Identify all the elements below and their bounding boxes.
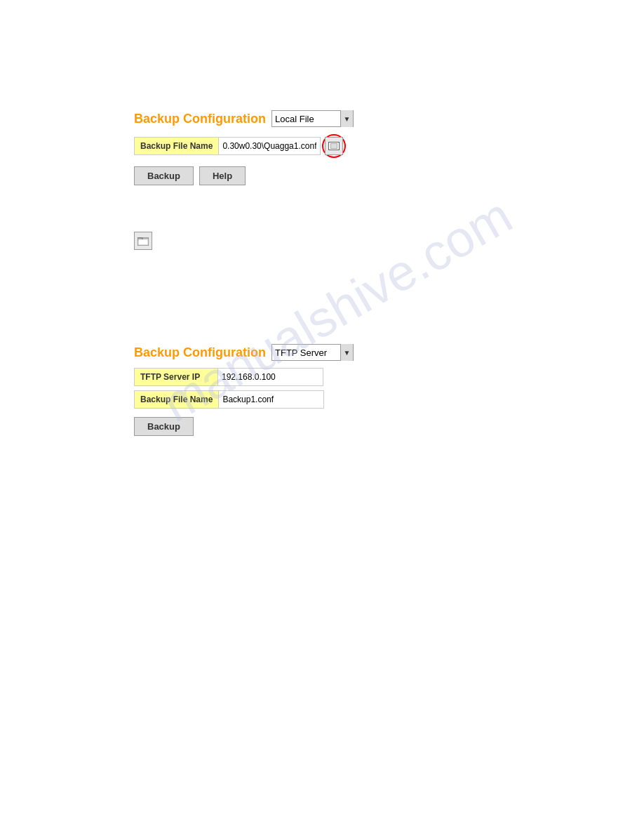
section1-filename-row: Backup File Name (134, 134, 354, 158)
section2-filename-label: Backup File Name (134, 390, 219, 409)
section2-filename-row: Backup File Name (134, 390, 354, 409)
section2-tftp-ip-row: TFTP Server IP (134, 368, 354, 386)
section1-dropdown-arrow-icon[interactable]: ▼ (340, 110, 353, 127)
section1-dropdown-wrapper[interactable]: Local File TFTP Server FTP Server ▼ (271, 110, 354, 127)
section1-browse-highlight (322, 134, 346, 158)
section2-type-select[interactable]: Local File TFTP Server FTP Server (272, 345, 340, 360)
section2-filename-input[interactable] (219, 390, 324, 409)
section2-dropdown-wrapper[interactable]: Local File TFTP Server FTP Server ▼ (271, 344, 354, 361)
section2-tftp-ip-input[interactable] (218, 368, 323, 386)
section2-tftp-ip-label: TFTP Server IP (134, 368, 218, 386)
section1-browse-icon (328, 142, 340, 150)
section-tftp-server: Backup Configuration Local File TFTP Ser… (134, 344, 354, 436)
section1-title: Backup Configuration (134, 112, 266, 126)
section-local-file: Backup Configuration Local File TFTP Ser… (134, 110, 354, 185)
section2-dropdown-arrow-icon[interactable]: ▼ (340, 344, 353, 361)
section2-backup-button[interactable]: Backup (134, 417, 194, 436)
section1-filename-label: Backup File Name (134, 137, 219, 155)
svg-rect-2 (138, 239, 148, 245)
section1-help-button[interactable]: Help (199, 166, 246, 185)
section2-button-row: Backup (134, 417, 354, 436)
section1-header: Backup Configuration Local File TFTP Ser… (134, 110, 354, 127)
folder-icon (137, 236, 149, 246)
standalone-browse-button[interactable] (134, 232, 152, 250)
section1-backup-button[interactable]: Backup (134, 166, 194, 185)
section1-type-select[interactable]: Local File TFTP Server FTP Server (272, 111, 340, 126)
section2-title: Backup Configuration (134, 345, 266, 360)
section1-filename-input[interactable] (219, 137, 321, 155)
section1-button-row: Backup Help (134, 166, 354, 185)
section1-browse-button[interactable] (325, 137, 343, 155)
section2-header: Backup Configuration Local File TFTP Ser… (134, 344, 354, 361)
